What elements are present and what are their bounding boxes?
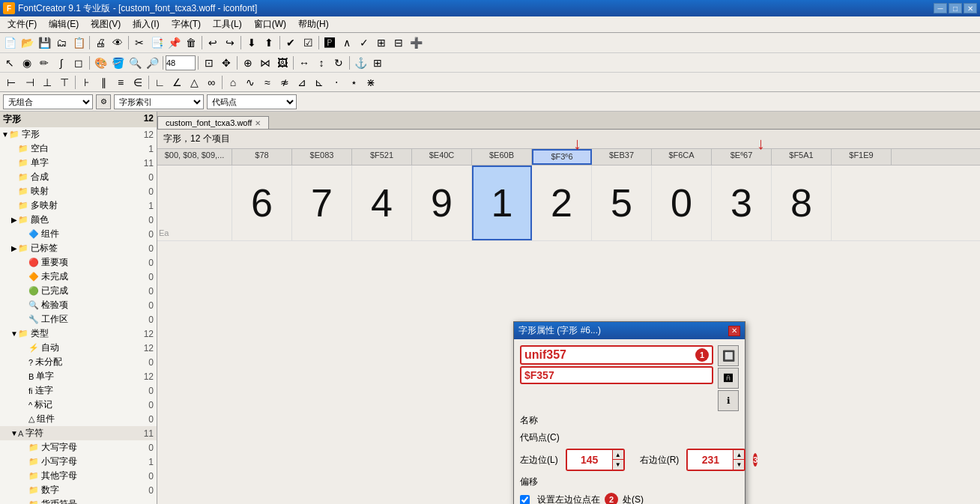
left-bearing-input[interactable]: 145 bbox=[567, 450, 612, 470]
close-btn[interactable]: ✕ bbox=[964, 3, 977, 13]
zoom-out-btn[interactable]: 🔎 bbox=[144, 55, 160, 71]
test-btn[interactable]: ∧ bbox=[339, 34, 355, 51]
codepoint-combo[interactable]: 代码点 bbox=[207, 94, 297, 109]
sidebar-item-digit[interactable]: 📁 数字 0 bbox=[0, 483, 157, 497]
sidebar-item-auto[interactable]: ⚡ 自动 12 bbox=[0, 341, 157, 355]
info-icon-btn[interactable]: ℹ bbox=[718, 390, 739, 411]
glyph-cell-6[interactable]: 2 bbox=[532, 166, 592, 240]
glyph-icon-btn[interactable]: 🔲 bbox=[718, 345, 739, 366]
font-tab[interactable]: custom_font_tcxa3.woff ✕ bbox=[157, 116, 269, 129]
grid-btn[interactable]: ⊞ bbox=[373, 34, 390, 51]
zoom-input[interactable]: 48 bbox=[166, 55, 196, 70]
tb3-btn12[interactable]: ∞ bbox=[203, 74, 220, 91]
sidebar-item-type[interactable]: ▼ 📁 类型 12 bbox=[0, 327, 157, 341]
glyph-cell-9[interactable]: 3 bbox=[712, 166, 772, 240]
validate2-btn[interactable]: ☑ bbox=[300, 34, 316, 51]
menu-font[interactable]: 字体(T) bbox=[166, 16, 207, 32]
left-bearing-up[interactable]: ▲ bbox=[613, 450, 623, 460]
dialog-close-btn[interactable]: ✕ bbox=[728, 326, 740, 336]
maximize-btn[interactable]: □ bbox=[949, 3, 962, 13]
select-btn[interactable]: ↖ bbox=[1, 55, 18, 71]
tb3-btn4[interactable]: ⊤ bbox=[56, 74, 73, 91]
sidebar-item-single2[interactable]: B 单字 12 bbox=[0, 369, 157, 383]
tb3-btn9[interactable]: ∟ bbox=[151, 74, 168, 91]
sidebar-item-incomplete[interactable]: 🔶 未完成 0 bbox=[0, 270, 157, 284]
sidebar-item-multimapped[interactable]: 📁 多映射 1 bbox=[0, 198, 157, 213]
sidebar-item-important[interactable]: 🔴 重要项 0 bbox=[0, 255, 157, 270]
tb3-btn3[interactable]: ⊥ bbox=[39, 74, 55, 91]
sidebar-item-uppercase[interactable]: 📁 大写字母 0 bbox=[0, 440, 157, 455]
redo-btn[interactable]: ↪ bbox=[222, 34, 238, 51]
dist-btn[interactable]: ⊞ bbox=[369, 55, 386, 71]
cut-btn[interactable]: ✂ bbox=[131, 34, 148, 51]
tb3-btn16[interactable]: ≉ bbox=[276, 74, 293, 91]
glyph-cell-3[interactable]: 4 bbox=[352, 166, 412, 240]
right-bearing-input[interactable]: 231 bbox=[688, 450, 733, 470]
menu-window[interactable]: 窗口(W) bbox=[248, 16, 292, 32]
title-controls[interactable]: ─ □ ✕ bbox=[934, 3, 977, 13]
sidebar-item-unassigned[interactable]: ? 未分配 0 bbox=[0, 355, 157, 369]
code-icon-btn[interactable]: 🅰 bbox=[718, 368, 739, 389]
glyph-prop-btn[interactable]: 🅿 bbox=[321, 34, 338, 51]
paste-btn[interactable]: 📌 bbox=[166, 34, 182, 51]
glyph-cell-5-selected[interactable]: 1 bbox=[472, 166, 532, 240]
validate-btn[interactable]: ✔ bbox=[282, 34, 299, 51]
image-btn[interactable]: 🖼 bbox=[274, 55, 291, 71]
combo-settings-btn[interactable]: ⚙ bbox=[96, 94, 111, 109]
tb3-btn6[interactable]: ∥ bbox=[95, 74, 112, 91]
tb3-btn2[interactable]: ⊣ bbox=[22, 74, 38, 91]
glyph-cell-7[interactable]: 5 bbox=[592, 166, 652, 240]
add-btn[interactable]: ➕ bbox=[408, 34, 424, 51]
sidebar-item-complete[interactable]: 🟢 已完成 0 bbox=[0, 284, 157, 298]
sidebar-item-workspace[interactable]: 🔧 工作区 0 bbox=[0, 312, 157, 327]
tb3-btn7[interactable]: ≡ bbox=[112, 74, 129, 91]
tb3-btn11[interactable]: △ bbox=[186, 74, 202, 91]
menu-help[interactable]: 帮助(H) bbox=[292, 16, 335, 32]
save-copy-btn[interactable]: 📋 bbox=[70, 34, 87, 51]
sidebar-item-blank[interactable]: 📁 空白 1 bbox=[0, 142, 157, 156]
sidebar-item-tagged[interactable]: ▶ 📁 已标签 0 bbox=[0, 241, 157, 255]
open-btn[interactable]: 📂 bbox=[19, 34, 35, 51]
fit-btn[interactable]: ⊡ bbox=[201, 55, 217, 71]
check-btn[interactable]: ✓ bbox=[356, 34, 372, 51]
menu-insert[interactable]: 插入(I) bbox=[127, 16, 165, 32]
sidebar-item-char[interactable]: ▼ A 字符 11 bbox=[0, 426, 157, 440]
fill-btn[interactable]: 🪣 bbox=[109, 55, 126, 71]
anchor-btn[interactable]: ⚓ bbox=[352, 55, 369, 71]
color-btn[interactable]: 🎨 bbox=[92, 55, 109, 71]
glyph-cell-2[interactable]: 7 bbox=[292, 166, 352, 240]
tb3-btn13[interactable]: ⌂ bbox=[225, 74, 241, 91]
zoom-in-btn[interactable]: 🔍 bbox=[127, 55, 143, 71]
del-btn[interactable]: 🗑 bbox=[183, 34, 199, 51]
sidebar-item-component[interactable]: 🔷 组件 0 bbox=[0, 227, 157, 241]
sidebar-item-mark[interactable]: ^ 标记 0 bbox=[0, 398, 157, 412]
save-btn[interactable]: 💾 bbox=[36, 34, 52, 51]
glyph-cell-1[interactable]: 6 bbox=[232, 166, 292, 240]
tb3-btn19[interactable]: ⋅ bbox=[328, 74, 345, 91]
menu-file[interactable]: 文件(F) bbox=[1, 16, 43, 32]
node-btn[interactable]: ◉ bbox=[19, 55, 35, 71]
right-bearing-up[interactable]: ▲ bbox=[734, 450, 744, 460]
right-bearing-down[interactable]: ▼ bbox=[734, 460, 744, 470]
tb3-btn17[interactable]: ⊿ bbox=[294, 74, 310, 91]
index-combo[interactable]: 字形索引 bbox=[114, 94, 204, 109]
sidebar-item-check[interactable]: 🔍 检验项 0 bbox=[0, 298, 157, 312]
sidebar-item-mapped[interactable]: 📁 映射 0 bbox=[0, 184, 157, 198]
menu-tools[interactable]: 工具(L) bbox=[207, 16, 248, 32]
minimize-btn[interactable]: ─ bbox=[934, 3, 947, 13]
hint-btn[interactable]: ⋈ bbox=[257, 55, 273, 71]
save-all-btn[interactable]: 🗂 bbox=[53, 34, 70, 51]
mirror-v-btn[interactable]: ↕ bbox=[313, 55, 330, 71]
sidebar-item-lowercase[interactable]: 📁 小写字母 1 bbox=[0, 455, 157, 469]
copy-btn[interactable]: 📑 bbox=[148, 34, 165, 51]
move-btn[interactable]: ✥ bbox=[218, 55, 235, 71]
sidebar-item-composite[interactable]: 📁 合成 0 bbox=[0, 170, 157, 184]
tab-close-btn[interactable]: ✕ bbox=[255, 119, 261, 127]
table-btn[interactable]: ⊟ bbox=[390, 34, 407, 51]
sidebar-item-single[interactable]: 📁 单字 11 bbox=[0, 156, 157, 170]
tb3-btn20[interactable]: ⋆ bbox=[345, 74, 362, 91]
eraser-btn[interactable]: ◻ bbox=[70, 55, 87, 71]
menu-view[interactable]: 视图(V) bbox=[85, 16, 127, 32]
tb3-btn15[interactable]: ≈ bbox=[259, 74, 276, 91]
tb3-btn1[interactable]: ⊢ bbox=[1, 74, 21, 91]
